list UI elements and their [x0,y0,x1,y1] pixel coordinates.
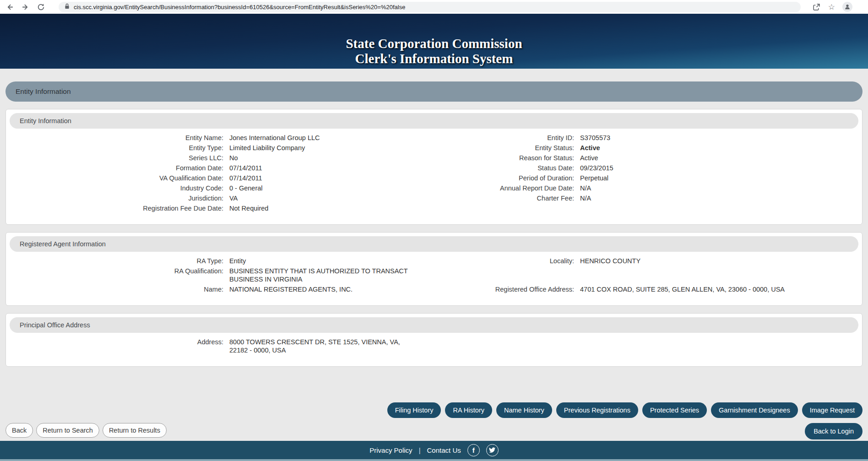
image-request-button[interactable]: Image Request [802,402,863,418]
field-label: VA Qualification Date: [10,174,229,182]
browser-toolbar: cis.scc.virginia.gov/EntitySearch/Busine… [0,0,868,14]
status-date-link[interactable]: Status Date: [412,164,580,172]
field-label: Entity Type: [10,144,229,152]
field-value: No [229,154,238,162]
field-label: Entity Name: [10,134,229,142]
bookmark-star-icon[interactable]: ☆ [828,3,835,11]
entity-status-value: Active [580,144,600,152]
app-header: State Corporation Commission Clerk's Inf… [0,14,868,69]
field-value: 8000 TOWERS CRESCENT DR, STE 1525, VIENN… [229,338,412,354]
field-value: NATIONAL REGISTERED AGENTS, INC. [229,285,353,293]
footer-divider: | [419,446,421,454]
garnishment-designees-button[interactable]: Garnishment Designees [711,402,798,418]
back-icon[interactable] [5,3,14,11]
field-row: Charter Fee:N/A [412,194,858,202]
page-content: Entity Information Entity Information En… [0,81,868,439]
agent-right-column: Locality:HENRICO COUNTY Registered Offic… [412,257,858,295]
field-label: Jurisdiction: [10,194,229,202]
app-title-line1: State Corporation Commission [346,36,522,51]
field-value: N/A [580,194,591,202]
share-icon[interactable] [813,3,821,11]
field-label: Entity Status: [412,144,580,152]
protected-series-button[interactable]: Protected Series [642,402,707,418]
principal-office-section-header: Principal Office Address [10,317,858,333]
spacer [412,267,858,285]
facebook-glyph: f [472,447,475,454]
field-row: VA Qualification Date:07/14/2011 [10,174,412,182]
agent-left-column: RA Type:Entity RA Qualification:BUSINESS… [10,257,412,295]
filing-history-button[interactable]: Filing History [387,402,441,418]
field-label: Registered Office Address: [412,285,580,293]
return-to-search-button[interactable]: Return to Search [36,423,99,438]
field-label: Charter Fee: [412,194,580,202]
field-label: Series LLC: [10,154,229,162]
privacy-policy-link[interactable]: Privacy Policy [369,446,412,454]
ra-history-button[interactable]: RA History [445,402,492,418]
field-value: Jones International Group LLC [229,134,320,142]
field-row: Formation Date:07/14/2011 [10,164,412,172]
back-button[interactable]: Back [5,423,33,438]
field-label: Reason for Status: [412,154,580,162]
actions-row: Filing History RA History Name History P… [5,402,863,418]
field-value: 07/14/2011 [229,164,262,172]
previous-registrations-button[interactable]: Previous Registrations [556,402,638,418]
footer-bar: Privacy Policy | Contact Us f [0,441,868,459]
field-label: RA Type: [10,257,229,265]
field-label: Address: [10,338,229,354]
name-history-button[interactable]: Name History [496,402,552,418]
nav-row: Back Return to Search Return to Results … [5,423,863,439]
entity-right-column: Entity ID:S3705573 Entity Status:Active … [412,134,858,214]
field-value: 07/14/2011 [229,174,262,182]
entity-left-column: Entity Name:Jones International Group LL… [10,134,412,214]
field-value: Perpetual [580,174,608,182]
page-title-banner: Entity Information [5,81,863,102]
annual-report-due-date-link[interactable]: Annual Report Due Date: [412,184,580,192]
field-row: Locality:HENRICO COUNTY [412,257,858,265]
field-value: N/A [580,184,591,192]
field-label: Name: [10,285,229,293]
field-row: Name:NATIONAL REGISTERED AGENTS, INC. [10,285,412,293]
profile-avatar[interactable] [842,2,852,12]
field-row: Registration Fee Due Date:Not Required [10,204,412,212]
field-value: VA [229,194,238,202]
field-row: Entity Type:Limited Liability Company [10,144,412,152]
registration-fee-due-date-link[interactable]: Registration Fee Due Date: [10,204,229,212]
field-row: Reason for Status:Active [412,154,858,162]
field-label: Industry Code: [10,184,229,192]
field-value: Limited Liability Company [229,144,305,152]
field-row: Entity ID:S3705573 [412,134,858,142]
back-to-login-button[interactable]: Back to Login [805,423,863,439]
registered-agent-card: Registered Agent Information RA Type:Ent… [5,232,863,306]
entity-information-card: Entity Information Entity Name:Jones Int… [5,109,863,225]
contact-us-link[interactable]: Contact Us [427,446,461,454]
principal-left-column: Address:8000 TOWERS CRESCENT DR, STE 152… [10,338,412,356]
url-text: cis.scc.virginia.gov/EntitySearch/Busine… [74,4,405,11]
entity-information-section-header: Entity Information [10,113,858,129]
field-label: Locality: [412,257,580,265]
field-label: Period of Duration: [412,174,580,182]
menu-dots-icon[interactable]: ⋮ [860,3,863,11]
return-to-results-button[interactable]: Return to Results [103,423,167,438]
field-row: RA Type:Entity [10,257,412,265]
address-bar[interactable]: cis.scc.virginia.gov/EntitySearch/Busine… [59,2,801,12]
field-row: Address:8000 TOWERS CRESCENT DR, STE 152… [10,338,412,354]
field-value: S3705573 [580,134,610,142]
toolbar-right-icons: ☆ ⋮ [813,2,863,12]
field-value: Active [580,154,598,162]
bottom-strip [0,459,868,461]
facebook-icon[interactable]: f [467,444,480,456]
field-value: Not Required [229,204,268,212]
field-value: BUSINESS ENTITY THAT IS AUTHORIZED TO TR… [229,267,412,283]
registered-agent-section-header: Registered Agent Information [10,236,858,252]
refresh-icon[interactable] [37,3,45,11]
field-value: 09/23/2015 [580,164,613,172]
twitter-icon[interactable] [486,444,499,456]
field-value: 0 - General [229,184,263,192]
field-label: Entity ID: [412,134,580,142]
field-row: Jurisdiction:VA [10,194,412,202]
forward-icon[interactable] [21,3,29,11]
field-row: Status Date:09/23/2015 [412,164,858,172]
field-row: Period of Duration:Perpetual [412,174,858,182]
field-value: Entity [229,257,246,265]
field-row: RA Qualification:BUSINESS ENTITY THAT IS… [10,267,412,283]
